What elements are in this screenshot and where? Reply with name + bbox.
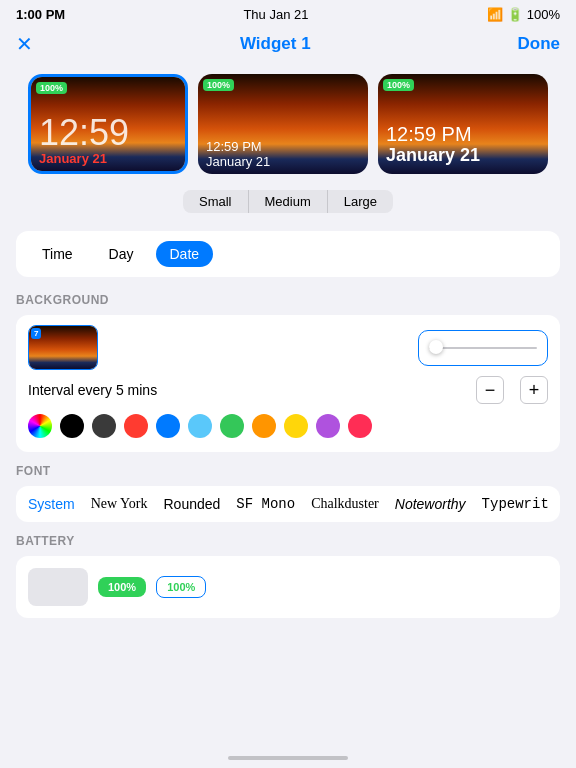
color-wheel[interactable] [28,414,52,438]
widget-medium[interactable]: 100% 12:59 PM January 21 [198,74,368,174]
font-row: System New York Rounded SF Mono Chalkdus… [28,496,548,512]
font-system[interactable]: System [28,496,75,512]
interval-controls: − + [476,376,548,404]
nav-bar: ✕ Widget 1 Done [0,28,576,64]
color-red[interactable] [124,414,148,438]
color-light-blue[interactable] [188,414,212,438]
size-small-button[interactable]: Small [183,190,249,213]
bg-thumb-badge: 7 [31,328,41,339]
bg-slider-thumb[interactable] [429,340,443,354]
widget-medium-badge: 100% [203,79,234,91]
nav-title: Widget 1 [240,34,311,54]
color-green[interactable] [220,414,244,438]
color-blue[interactable] [156,414,180,438]
color-orange[interactable] [252,414,276,438]
widget-medium-date: January 21 [206,154,270,169]
bg-main-row: 7 [28,325,548,370]
tab-card: Time Day Date [16,231,560,277]
color-black[interactable] [60,414,84,438]
font-new-york[interactable]: New York [91,496,148,512]
color-row [28,408,548,442]
bg-slider-container[interactable] [418,330,548,366]
size-large-button[interactable]: Large [328,190,393,213]
home-indicator [228,756,348,760]
wifi-icon: 📶 [487,7,503,22]
battery-percent: 100% [527,7,560,22]
tab-time[interactable]: Time [28,241,87,267]
interval-label: Interval every 5 mins [28,382,157,398]
widget-previews: 100% 12:59 January 21 100% 12:59 PM Janu… [0,64,576,184]
color-purple[interactable] [316,414,340,438]
background-section-label: BACKGROUND [0,285,576,311]
done-button[interactable]: Done [518,34,561,54]
widget-large[interactable]: 100% 12:59 PM January 21 [378,74,548,174]
widget-small[interactable]: 100% 12:59 January 21 [28,74,188,174]
widget-medium-time: 12:59 PM [206,139,262,154]
interval-row: Interval every 5 mins − + [28,370,548,408]
font-sf-mono[interactable]: SF Mono [236,496,295,512]
size-medium-button[interactable]: Medium [249,190,328,213]
battery-widget-off[interactable] [28,568,88,606]
bg-thumbnail[interactable]: 7 [28,325,98,370]
color-pink[interactable] [348,414,372,438]
background-card: 7 Interval every 5 mins − + [16,315,560,452]
widget-small-badge: 100% [36,82,67,94]
font-chalkduster[interactable]: Chalkduster [311,496,379,512]
close-button[interactable]: ✕ [16,32,33,56]
font-card: System New York Rounded SF Mono Chalkdus… [16,486,560,522]
interval-decrease-button[interactable]: − [476,376,504,404]
color-dark-gray[interactable] [92,414,116,438]
battery-icon: 🔋 [507,7,523,22]
widget-large-date: January 21 [386,145,480,166]
font-section-label: FONT [0,456,576,482]
font-typewriter[interactable]: Typewriter [482,496,548,512]
bg-slider-track [429,347,537,349]
widget-small-date: January 21 [39,151,107,166]
widget-large-time: 12:59 PM [386,123,472,146]
font-rounded[interactable]: Rounded [163,496,220,512]
battery-section-label: BATTERY [0,526,576,552]
size-selector: Small Medium Large [0,184,576,223]
status-right: 📶 🔋 100% [487,7,560,22]
tab-bar: Time Day Date [16,231,560,277]
interval-increase-button[interactable]: + [520,376,548,404]
battery-card: 100% 100% [16,556,560,618]
tab-day[interactable]: Day [95,241,148,267]
battery-badge-outline[interactable]: 100% [156,576,206,598]
battery-row: 100% 100% [28,568,548,606]
battery-badge-filled[interactable]: 100% [98,577,146,597]
status-date: Thu Jan 21 [243,7,308,22]
tab-date[interactable]: Date [156,241,214,267]
font-noteworthy[interactable]: Noteworthy [395,496,466,512]
color-yellow[interactable] [284,414,308,438]
status-bar: 1:00 PM Thu Jan 21 📶 🔋 100% [0,0,576,28]
widget-large-badge: 100% [383,79,414,91]
widget-small-time: 12:59 [39,115,129,151]
status-time: 1:00 PM [16,7,65,22]
